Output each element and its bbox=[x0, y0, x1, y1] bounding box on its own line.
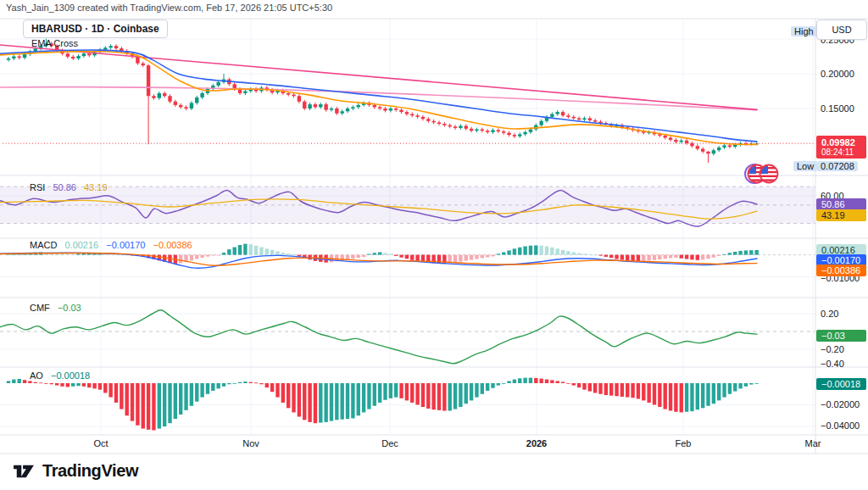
cmf-legend[interactable]: CMF −0.03 bbox=[30, 303, 86, 313]
brand-text: TradingView bbox=[42, 461, 138, 481]
symbol-legend[interactable]: HBARUSD · 1D · Coinbase bbox=[23, 19, 168, 38]
time-label-dec: Dec bbox=[381, 438, 398, 448]
ao-badge: −0.00018 bbox=[816, 378, 866, 390]
time-label-nov: Nov bbox=[242, 438, 259, 448]
attribution-text: Yash_Jain_1309 created with TradingView.… bbox=[6, 3, 332, 13]
ao-tick-2: −0.04000 bbox=[821, 420, 860, 431]
last-price-value: 0.09982 bbox=[821, 137, 866, 148]
cmf-title: CMF bbox=[30, 303, 50, 313]
rsi-badge: 50.86 bbox=[816, 198, 866, 210]
high-label: High bbox=[791, 26, 817, 36]
rsi-title: RSI bbox=[30, 182, 45, 192]
time-label-2026: 2026 bbox=[526, 438, 547, 448]
currency-toggle-button[interactable]: USD bbox=[816, 19, 867, 40]
cmf-tick-pos: 0.20 bbox=[821, 309, 838, 319]
time-label-feb: Feb bbox=[676, 438, 692, 448]
macd-title: MACD bbox=[30, 240, 57, 250]
bar-countdown: 08:24:11 bbox=[821, 148, 866, 157]
indicator-legend-ema-cross[interactable]: EMA Cross bbox=[31, 38, 78, 48]
tradingview-snapshot: Yash_Jain_1309 created with TradingView.… bbox=[0, 0, 868, 490]
macd-signal-value: −0.00386 bbox=[153, 240, 192, 250]
tradingview-brand[interactable]: TradingView bbox=[12, 461, 138, 481]
rsi-ma-badge: 43.19 bbox=[816, 209, 866, 221]
cmf-badge: −0.03 bbox=[816, 330, 866, 342]
time-label-oct: Oct bbox=[93, 438, 108, 448]
low-label: Low bbox=[793, 161, 817, 171]
cmf-tick-neg2: −0.40 bbox=[821, 359, 844, 369]
time-label-mar: Mar bbox=[805, 438, 821, 448]
cmf-tick-neg: −0.20 bbox=[821, 344, 844, 354]
macd-hist-value: 0.00216 bbox=[64, 240, 98, 250]
macd-legend[interactable]: MACD 0.00216 −0.00170 −0.00386 bbox=[30, 240, 198, 250]
ao-legend[interactable]: AO −0.00018 bbox=[30, 370, 95, 381]
twin-flags-icon bbox=[744, 162, 782, 186]
symbol-title: HBARUSD · 1D · Coinbase bbox=[31, 23, 159, 35]
rsi-ma-value: 43.19 bbox=[84, 182, 108, 192]
price-tick-020: 0.20000 bbox=[821, 69, 854, 79]
ao-tick-1: −0.02000 bbox=[821, 399, 860, 409]
last-price-badge: 0.09982 08:24:11 bbox=[816, 136, 866, 159]
cmf-value: −0.03 bbox=[58, 303, 81, 313]
rsi-value: 50.86 bbox=[53, 182, 76, 192]
macd-line-value: −0.00170 bbox=[106, 240, 145, 250]
macd-signal-badge: −0.00386 bbox=[816, 264, 866, 276]
rsi-legend[interactable]: RSI 50.86 43.19 bbox=[30, 182, 113, 192]
price-tick-015: 0.15000 bbox=[821, 103, 854, 114]
tradingview-logo-icon bbox=[12, 462, 36, 481]
ao-value: −0.00018 bbox=[51, 370, 90, 381]
ao-title: AO bbox=[30, 370, 43, 381]
low-value: 0.07208 bbox=[817, 161, 858, 171]
